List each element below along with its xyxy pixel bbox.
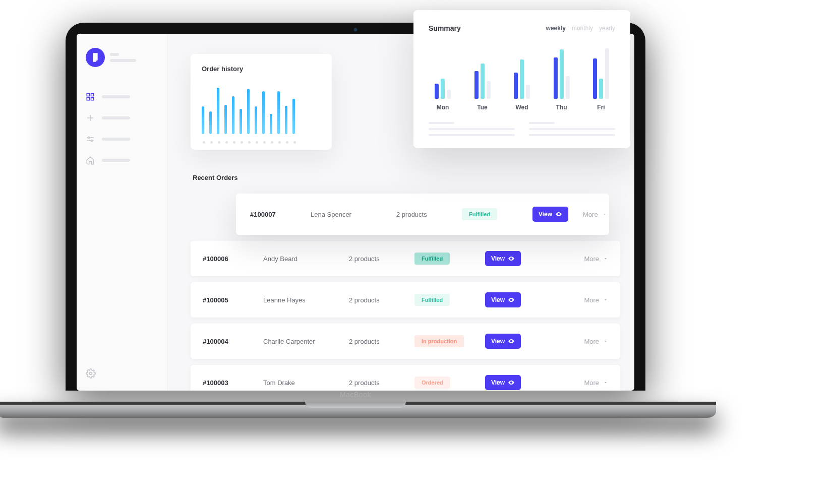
- order-products: 2 products: [349, 338, 409, 345]
- summary-placeholder-lines: [429, 122, 615, 136]
- svg-point-9: [511, 299, 512, 300]
- period-tab-yearly[interactable]: yearly: [599, 25, 615, 32]
- summary-bar: [599, 79, 603, 99]
- settings-button[interactable]: [86, 368, 96, 379]
- summary-card: Summary weeklymonthlyyearly MonTueWedThu…: [413, 10, 630, 148]
- period-tab-weekly[interactable]: weekly: [546, 25, 566, 32]
- view-button[interactable]: View: [485, 292, 521, 307]
- order-history-dots: [202, 141, 321, 144]
- summary-bar: [593, 58, 597, 99]
- plus-icon: [86, 113, 95, 122]
- view-button[interactable]: View: [485, 334, 521, 349]
- svg-rect-0: [87, 93, 89, 96]
- order-row: #100006Andy Beard2 productsFulfilledView…: [191, 241, 620, 276]
- summary-bar: [441, 79, 445, 99]
- svg-point-11: [511, 382, 512, 383]
- home-icon: [86, 156, 95, 165]
- status-badge: In production: [414, 335, 464, 347]
- order-id: #100005: [203, 296, 258, 304]
- svg-rect-1: [91, 93, 94, 96]
- more-button[interactable]: More: [584, 296, 608, 304]
- summary-day-col: Thu: [548, 43, 576, 111]
- svg-rect-3: [91, 98, 94, 100]
- order-row: #100007Lena Spencer2 productsFulfilledVi…: [236, 194, 609, 235]
- orders-list: #100007Lena Spencer2 productsFulfilledVi…: [191, 194, 620, 391]
- summary-day-col: Wed: [508, 43, 536, 111]
- order-id: #100004: [203, 338, 258, 345]
- order-row: #100004Charlie Carpenter2 productsIn pro…: [191, 324, 620, 359]
- more-button[interactable]: More: [584, 338, 608, 345]
- dashboard-icon: [86, 92, 95, 101]
- order-customer: Tom Drake: [263, 379, 344, 387]
- svg-point-7: [558, 214, 559, 215]
- order-history-bar: [232, 96, 234, 134]
- summary-bar: [481, 64, 485, 99]
- order-history-card: Order history: [191, 54, 332, 150]
- order-products: 2 products: [349, 296, 409, 304]
- summary-title: Summary: [429, 24, 461, 32]
- svg-point-6: [90, 372, 92, 375]
- status-badge: Ordered: [414, 376, 450, 389]
- logo-icon: [86, 48, 105, 67]
- summary-day-col: Mon: [429, 43, 457, 111]
- order-history-bar: [209, 111, 212, 134]
- order-row: #100003Tom Drake2 productsOrderedView Mo…: [191, 365, 620, 391]
- order-history-bar: [240, 109, 242, 134]
- order-history-bar: [224, 105, 227, 134]
- svg-point-5: [91, 140, 93, 142]
- order-row: #100005Leanne Hayes2 productsFulfilledVi…: [191, 282, 620, 318]
- summary-bar: [474, 71, 479, 99]
- sidebar-item-filters[interactable]: [86, 135, 158, 144]
- view-button[interactable]: View: [485, 375, 521, 390]
- status-badge: Fulfilled: [462, 208, 497, 220]
- sliders-icon: [86, 135, 95, 144]
- period-tab-monthly[interactable]: monthly: [572, 25, 593, 32]
- order-history-bars: [202, 84, 321, 134]
- sidebar: [77, 34, 167, 391]
- svg-point-8: [511, 258, 512, 259]
- more-button[interactable]: More: [584, 255, 608, 263]
- status-badge: Fulfilled: [414, 253, 450, 265]
- laptop-label: MacBook: [340, 391, 371, 399]
- summary-day-label: Wed: [515, 104, 528, 111]
- summary-day-label: Thu: [556, 104, 567, 111]
- status-badge: Fulfilled: [414, 294, 450, 306]
- period-tabs: weeklymonthlyyearly: [546, 25, 615, 32]
- order-history-bar: [292, 99, 295, 134]
- more-button[interactable]: More: [584, 379, 608, 387]
- order-customer: Charlie Carpenter: [263, 338, 344, 345]
- order-history-bar: [217, 88, 219, 134]
- more-button[interactable]: More: [583, 211, 607, 218]
- summary-day-label: Fri: [597, 104, 605, 111]
- sidebar-item-dashboard[interactable]: [86, 92, 158, 101]
- summary-day-col: Fri: [587, 43, 615, 111]
- view-button[interactable]: View: [485, 251, 521, 266]
- order-customer: Leanne Hayes: [263, 296, 344, 304]
- sidebar-item-add[interactable]: [86, 113, 158, 122]
- sidebar-item-home[interactable]: [86, 156, 158, 165]
- brand: [86, 48, 158, 67]
- summary-bar: [514, 73, 518, 99]
- order-history-bar: [285, 106, 287, 134]
- order-id: #100006: [203, 255, 258, 263]
- summary-bar: [487, 81, 491, 99]
- order-id: #100007: [250, 211, 306, 218]
- svg-rect-2: [87, 98, 89, 100]
- summary-bar: [554, 57, 558, 99]
- camera-dot: [353, 27, 358, 32]
- summary-bar: [435, 84, 439, 99]
- summary-day-col: Tue: [468, 43, 497, 111]
- summary-bar: [566, 76, 570, 99]
- summary-bar: [560, 49, 564, 99]
- svg-point-4: [88, 137, 90, 139]
- summary-day-label: Tue: [477, 104, 487, 111]
- order-history-bar: [262, 91, 265, 134]
- view-button[interactable]: View: [532, 207, 568, 222]
- nav: [86, 92, 158, 165]
- order-products: 2 products: [349, 255, 409, 263]
- order-products: 2 products: [349, 379, 409, 387]
- order-customer: Lena Spencer: [311, 211, 391, 218]
- summary-chart: MonTueWedThuFri: [429, 45, 615, 111]
- summary-bar: [605, 48, 609, 99]
- order-products: 2 products: [396, 211, 457, 218]
